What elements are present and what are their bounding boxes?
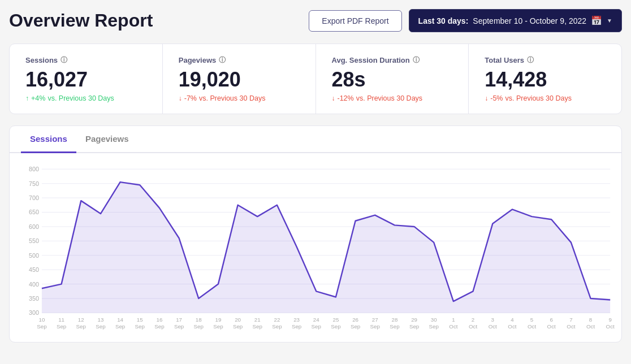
header-actions: Export PDF Report Last 30 days: Septembe… bbox=[309, 9, 622, 32]
metric-change-1: ↓ -7% vs. Previous 30 Days bbox=[179, 94, 300, 102]
date-range-value: September 10 - October 9, 2022 bbox=[473, 16, 586, 25]
chart-tabs: Sessions Pageviews bbox=[10, 126, 621, 153]
change-label-2: vs. Previous 30 Days bbox=[356, 94, 422, 102]
change-percent-1: -7% bbox=[184, 94, 197, 102]
info-icon-3[interactable]: ⓘ bbox=[527, 55, 534, 65]
svg-text:18Sep: 18Sep bbox=[194, 317, 204, 330]
chart-container: 30035040045050055060065070075080010Sep11… bbox=[10, 153, 621, 342]
change-percent-3: -5% bbox=[490, 94, 503, 102]
svg-text:6Oct: 6Oct bbox=[547, 317, 556, 330]
svg-text:13Sep: 13Sep bbox=[96, 317, 106, 330]
metric-value-2: 28s bbox=[332, 68, 453, 91]
tab-pageviews[interactable]: Pageviews bbox=[76, 126, 138, 153]
svg-text:5Oct: 5Oct bbox=[528, 317, 536, 330]
chart-svg: 30035040045050055060065070075080010Sep11… bbox=[15, 159, 616, 340]
change-label-3: vs. Previous 30 Days bbox=[505, 94, 571, 102]
tab-sessions[interactable]: Sessions bbox=[21, 126, 76, 153]
svg-text:17Sep: 17Sep bbox=[174, 317, 184, 330]
info-icon-1[interactable]: ⓘ bbox=[219, 55, 226, 65]
svg-text:12Sep: 12Sep bbox=[76, 317, 87, 330]
info-icon-2[interactable]: ⓘ bbox=[413, 55, 420, 65]
svg-text:450: 450 bbox=[29, 266, 39, 273]
svg-text:26Sep: 26Sep bbox=[351, 317, 361, 330]
change-label-1: vs. Previous 30 Days bbox=[199, 94, 265, 102]
svg-text:10Sep: 10Sep bbox=[37, 317, 47, 330]
svg-text:16Sep: 16Sep bbox=[154, 317, 165, 330]
metric-label-0: Sessions ⓘ bbox=[25, 55, 146, 65]
metric-label-2: Avg. Session Duration ⓘ bbox=[332, 55, 453, 65]
svg-text:8Oct: 8Oct bbox=[586, 317, 595, 330]
svg-text:11Sep: 11Sep bbox=[57, 317, 67, 330]
chevron-down-icon: ▼ bbox=[607, 18, 612, 24]
svg-text:1Oct: 1Oct bbox=[449, 317, 457, 330]
metric-card-3: Total Users ⓘ 14,428 ↓ -5% vs. Previous … bbox=[469, 44, 621, 114]
page-header: Overview Report Export PDF Report Last 3… bbox=[9, 9, 622, 32]
svg-text:14Sep: 14Sep bbox=[115, 317, 126, 330]
svg-text:19Sep: 19Sep bbox=[213, 317, 223, 330]
change-percent-2: -12% bbox=[338, 94, 354, 102]
svg-text:21Sep: 21Sep bbox=[253, 317, 263, 330]
change-label-0: vs. Previous 30 Days bbox=[47, 94, 114, 102]
svg-text:500: 500 bbox=[29, 252, 39, 258]
change-arrow-2: ↓ bbox=[332, 94, 335, 102]
svg-text:550: 550 bbox=[29, 237, 39, 244]
change-arrow-3: ↓ bbox=[485, 94, 488, 102]
metric-value-0: 16,027 bbox=[25, 68, 146, 91]
svg-text:30Sep: 30Sep bbox=[429, 317, 439, 330]
metric-card-0: Sessions ⓘ 16,027 ↑ +4% vs. Previous 30 … bbox=[10, 44, 163, 114]
svg-text:22Sep: 22Sep bbox=[272, 317, 282, 330]
svg-text:2Oct: 2Oct bbox=[469, 317, 477, 330]
chart-section: Sessions Pageviews 300350400450500550600… bbox=[9, 125, 622, 343]
svg-text:7Oct: 7Oct bbox=[567, 317, 575, 330]
metric-change-0: ↑ +4% vs. Previous 30 Days bbox=[25, 94, 146, 102]
svg-text:28Sep: 28Sep bbox=[390, 317, 400, 330]
metric-card-2: Avg. Session Duration ⓘ 28s ↓ -12% vs. P… bbox=[316, 44, 469, 114]
svg-text:24Sep: 24Sep bbox=[312, 317, 322, 330]
svg-text:27Sep: 27Sep bbox=[370, 317, 381, 330]
metric-label-1: Pageviews ⓘ bbox=[179, 55, 300, 65]
svg-text:20Sep: 20Sep bbox=[233, 317, 243, 330]
metric-change-3: ↓ -5% vs. Previous 30 Days bbox=[485, 94, 606, 102]
info-icon-0[interactable]: ⓘ bbox=[60, 55, 67, 65]
svg-text:750: 750 bbox=[29, 180, 39, 187]
metric-card-1: Pageviews ⓘ 19,020 ↓ -7% vs. Previous 30… bbox=[163, 44, 316, 114]
change-arrow-1: ↓ bbox=[179, 94, 182, 102]
svg-text:29Sep: 29Sep bbox=[409, 317, 420, 330]
calendar-icon: 📅 bbox=[591, 15, 602, 26]
date-range-button[interactable]: Last 30 days: September 10 - October 9, … bbox=[409, 9, 622, 32]
metric-change-2: ↓ -12% vs. Previous 30 Days bbox=[332, 94, 453, 102]
svg-text:800: 800 bbox=[29, 166, 39, 172]
svg-text:600: 600 bbox=[29, 223, 39, 229]
metric-label-3: Total Users ⓘ bbox=[485, 55, 606, 65]
metric-value-1: 19,020 bbox=[179, 68, 300, 91]
change-percent-0: +4% bbox=[31, 94, 45, 102]
change-arrow-0: ↑ bbox=[25, 94, 29, 102]
metric-value-3: 14,428 bbox=[485, 68, 606, 91]
svg-text:23Sep: 23Sep bbox=[292, 317, 302, 330]
date-range-label: Last 30 days: bbox=[418, 16, 469, 25]
svg-text:650: 650 bbox=[29, 209, 39, 215]
svg-text:15Sep: 15Sep bbox=[135, 317, 145, 330]
svg-text:300: 300 bbox=[29, 309, 39, 316]
svg-text:350: 350 bbox=[29, 295, 39, 302]
metrics-row: Sessions ⓘ 16,027 ↑ +4% vs. Previous 30 … bbox=[9, 44, 622, 114]
svg-text:700: 700 bbox=[29, 194, 39, 201]
svg-text:25Sep: 25Sep bbox=[331, 317, 341, 330]
svg-text:4Oct: 4Oct bbox=[508, 317, 516, 330]
export-pdf-button[interactable]: Export PDF Report bbox=[309, 10, 401, 32]
svg-text:400: 400 bbox=[29, 280, 39, 287]
page-title: Overview Report bbox=[9, 10, 153, 31]
svg-text:3Oct: 3Oct bbox=[489, 317, 497, 330]
svg-text:9Oct: 9Oct bbox=[606, 317, 615, 330]
